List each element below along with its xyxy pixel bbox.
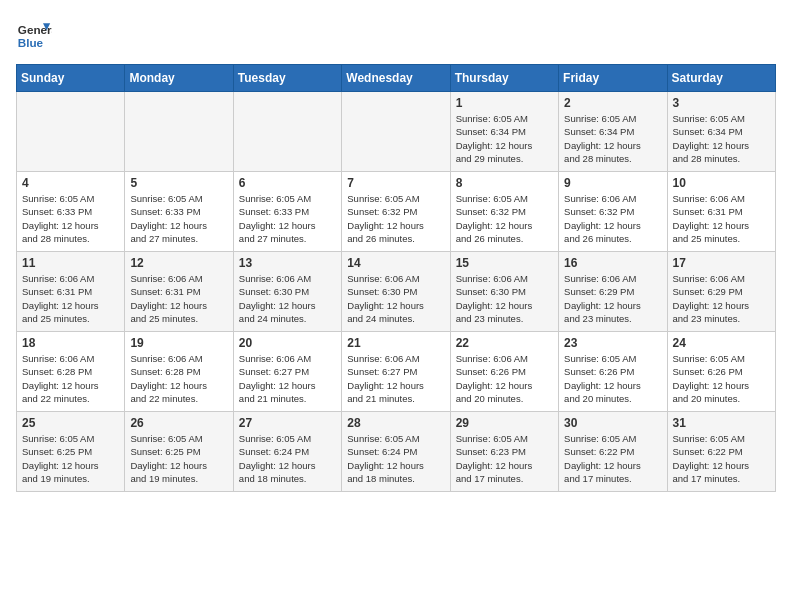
day-number: 17 xyxy=(673,256,770,270)
day-info: Sunrise: 6:06 AM Sunset: 6:31 PM Dayligh… xyxy=(673,192,770,245)
day-number: 3 xyxy=(673,96,770,110)
calendar-cell: 15Sunrise: 6:06 AM Sunset: 6:30 PM Dayli… xyxy=(450,252,558,332)
day-info: Sunrise: 6:05 AM Sunset: 6:34 PM Dayligh… xyxy=(456,112,553,165)
day-number: 10 xyxy=(673,176,770,190)
day-number: 7 xyxy=(347,176,444,190)
page-header: General Blue xyxy=(16,16,776,52)
day-info: Sunrise: 6:06 AM Sunset: 6:26 PM Dayligh… xyxy=(456,352,553,405)
day-info: Sunrise: 6:06 AM Sunset: 6:30 PM Dayligh… xyxy=(347,272,444,325)
day-number: 14 xyxy=(347,256,444,270)
svg-text:Blue: Blue xyxy=(18,36,44,49)
day-number: 13 xyxy=(239,256,336,270)
day-number: 28 xyxy=(347,416,444,430)
day-number: 6 xyxy=(239,176,336,190)
calendar-cell: 28Sunrise: 6:05 AM Sunset: 6:24 PM Dayli… xyxy=(342,412,450,492)
day-number: 20 xyxy=(239,336,336,350)
day-number: 15 xyxy=(456,256,553,270)
day-info: Sunrise: 6:05 AM Sunset: 6:22 PM Dayligh… xyxy=(673,432,770,485)
calendar-cell xyxy=(233,92,341,172)
calendar-cell: 4Sunrise: 6:05 AM Sunset: 6:33 PM Daylig… xyxy=(17,172,125,252)
day-info: Sunrise: 6:06 AM Sunset: 6:29 PM Dayligh… xyxy=(673,272,770,325)
logo: General Blue xyxy=(16,16,52,52)
calendar-cell: 14Sunrise: 6:06 AM Sunset: 6:30 PM Dayli… xyxy=(342,252,450,332)
day-info: Sunrise: 6:05 AM Sunset: 6:26 PM Dayligh… xyxy=(673,352,770,405)
calendar-cell: 24Sunrise: 6:05 AM Sunset: 6:26 PM Dayli… xyxy=(667,332,775,412)
day-info: Sunrise: 6:05 AM Sunset: 6:34 PM Dayligh… xyxy=(564,112,661,165)
day-number: 27 xyxy=(239,416,336,430)
calendar-cell: 11Sunrise: 6:06 AM Sunset: 6:31 PM Dayli… xyxy=(17,252,125,332)
day-info: Sunrise: 6:06 AM Sunset: 6:27 PM Dayligh… xyxy=(347,352,444,405)
calendar-cell: 2Sunrise: 6:05 AM Sunset: 6:34 PM Daylig… xyxy=(559,92,667,172)
column-header-wednesday: Wednesday xyxy=(342,65,450,92)
day-number: 4 xyxy=(22,176,119,190)
column-header-sunday: Sunday xyxy=(17,65,125,92)
calendar-cell: 3Sunrise: 6:05 AM Sunset: 6:34 PM Daylig… xyxy=(667,92,775,172)
calendar-cell xyxy=(342,92,450,172)
calendar-cell: 21Sunrise: 6:06 AM Sunset: 6:27 PM Dayli… xyxy=(342,332,450,412)
day-info: Sunrise: 6:06 AM Sunset: 6:30 PM Dayligh… xyxy=(456,272,553,325)
day-number: 1 xyxy=(456,96,553,110)
day-info: Sunrise: 6:06 AM Sunset: 6:29 PM Dayligh… xyxy=(564,272,661,325)
calendar-cell: 9Sunrise: 6:06 AM Sunset: 6:32 PM Daylig… xyxy=(559,172,667,252)
day-info: Sunrise: 6:05 AM Sunset: 6:22 PM Dayligh… xyxy=(564,432,661,485)
logo-icon: General Blue xyxy=(16,16,52,52)
day-number: 11 xyxy=(22,256,119,270)
day-number: 23 xyxy=(564,336,661,350)
day-info: Sunrise: 6:05 AM Sunset: 6:32 PM Dayligh… xyxy=(456,192,553,245)
calendar-week-row: 4Sunrise: 6:05 AM Sunset: 6:33 PM Daylig… xyxy=(17,172,776,252)
calendar-week-row: 1Sunrise: 6:05 AM Sunset: 6:34 PM Daylig… xyxy=(17,92,776,172)
calendar-cell xyxy=(125,92,233,172)
day-number: 31 xyxy=(673,416,770,430)
calendar-cell: 25Sunrise: 6:05 AM Sunset: 6:25 PM Dayli… xyxy=(17,412,125,492)
calendar-cell: 22Sunrise: 6:06 AM Sunset: 6:26 PM Dayli… xyxy=(450,332,558,412)
calendar-cell: 16Sunrise: 6:06 AM Sunset: 6:29 PM Dayli… xyxy=(559,252,667,332)
day-number: 12 xyxy=(130,256,227,270)
day-info: Sunrise: 6:06 AM Sunset: 6:31 PM Dayligh… xyxy=(22,272,119,325)
day-info: Sunrise: 6:05 AM Sunset: 6:26 PM Dayligh… xyxy=(564,352,661,405)
calendar-cell: 26Sunrise: 6:05 AM Sunset: 6:25 PM Dayli… xyxy=(125,412,233,492)
day-info: Sunrise: 6:05 AM Sunset: 6:33 PM Dayligh… xyxy=(239,192,336,245)
day-info: Sunrise: 6:05 AM Sunset: 6:32 PM Dayligh… xyxy=(347,192,444,245)
calendar-cell: 1Sunrise: 6:05 AM Sunset: 6:34 PM Daylig… xyxy=(450,92,558,172)
day-number: 5 xyxy=(130,176,227,190)
calendar-cell: 13Sunrise: 6:06 AM Sunset: 6:30 PM Dayli… xyxy=(233,252,341,332)
calendar-week-row: 11Sunrise: 6:06 AM Sunset: 6:31 PM Dayli… xyxy=(17,252,776,332)
day-info: Sunrise: 6:06 AM Sunset: 6:28 PM Dayligh… xyxy=(22,352,119,405)
day-info: Sunrise: 6:05 AM Sunset: 6:33 PM Dayligh… xyxy=(22,192,119,245)
day-number: 29 xyxy=(456,416,553,430)
day-number: 25 xyxy=(22,416,119,430)
calendar-cell: 12Sunrise: 6:06 AM Sunset: 6:31 PM Dayli… xyxy=(125,252,233,332)
calendar-cell: 30Sunrise: 6:05 AM Sunset: 6:22 PM Dayli… xyxy=(559,412,667,492)
calendar-cell: 18Sunrise: 6:06 AM Sunset: 6:28 PM Dayli… xyxy=(17,332,125,412)
day-number: 30 xyxy=(564,416,661,430)
calendar-cell: 27Sunrise: 6:05 AM Sunset: 6:24 PM Dayli… xyxy=(233,412,341,492)
calendar-cell: 19Sunrise: 6:06 AM Sunset: 6:28 PM Dayli… xyxy=(125,332,233,412)
column-header-thursday: Thursday xyxy=(450,65,558,92)
calendar-cell: 10Sunrise: 6:06 AM Sunset: 6:31 PM Dayli… xyxy=(667,172,775,252)
calendar-cell: 5Sunrise: 6:05 AM Sunset: 6:33 PM Daylig… xyxy=(125,172,233,252)
day-info: Sunrise: 6:06 AM Sunset: 6:31 PM Dayligh… xyxy=(130,272,227,325)
day-info: Sunrise: 6:06 AM Sunset: 6:28 PM Dayligh… xyxy=(130,352,227,405)
day-number: 8 xyxy=(456,176,553,190)
day-number: 2 xyxy=(564,96,661,110)
calendar-cell xyxy=(17,92,125,172)
column-header-friday: Friday xyxy=(559,65,667,92)
day-info: Sunrise: 6:05 AM Sunset: 6:25 PM Dayligh… xyxy=(130,432,227,485)
column-header-saturday: Saturday xyxy=(667,65,775,92)
day-info: Sunrise: 6:05 AM Sunset: 6:34 PM Dayligh… xyxy=(673,112,770,165)
calendar-cell: 23Sunrise: 6:05 AM Sunset: 6:26 PM Dayli… xyxy=(559,332,667,412)
calendar-cell: 8Sunrise: 6:05 AM Sunset: 6:32 PM Daylig… xyxy=(450,172,558,252)
day-info: Sunrise: 6:05 AM Sunset: 6:24 PM Dayligh… xyxy=(347,432,444,485)
calendar-week-row: 25Sunrise: 6:05 AM Sunset: 6:25 PM Dayli… xyxy=(17,412,776,492)
day-number: 26 xyxy=(130,416,227,430)
day-info: Sunrise: 6:06 AM Sunset: 6:27 PM Dayligh… xyxy=(239,352,336,405)
calendar-cell: 29Sunrise: 6:05 AM Sunset: 6:23 PM Dayli… xyxy=(450,412,558,492)
calendar-cell: 17Sunrise: 6:06 AM Sunset: 6:29 PM Dayli… xyxy=(667,252,775,332)
day-info: Sunrise: 6:06 AM Sunset: 6:30 PM Dayligh… xyxy=(239,272,336,325)
day-number: 24 xyxy=(673,336,770,350)
calendar-cell: 20Sunrise: 6:06 AM Sunset: 6:27 PM Dayli… xyxy=(233,332,341,412)
column-header-tuesday: Tuesday xyxy=(233,65,341,92)
day-info: Sunrise: 6:05 AM Sunset: 6:23 PM Dayligh… xyxy=(456,432,553,485)
day-number: 16 xyxy=(564,256,661,270)
day-number: 9 xyxy=(564,176,661,190)
